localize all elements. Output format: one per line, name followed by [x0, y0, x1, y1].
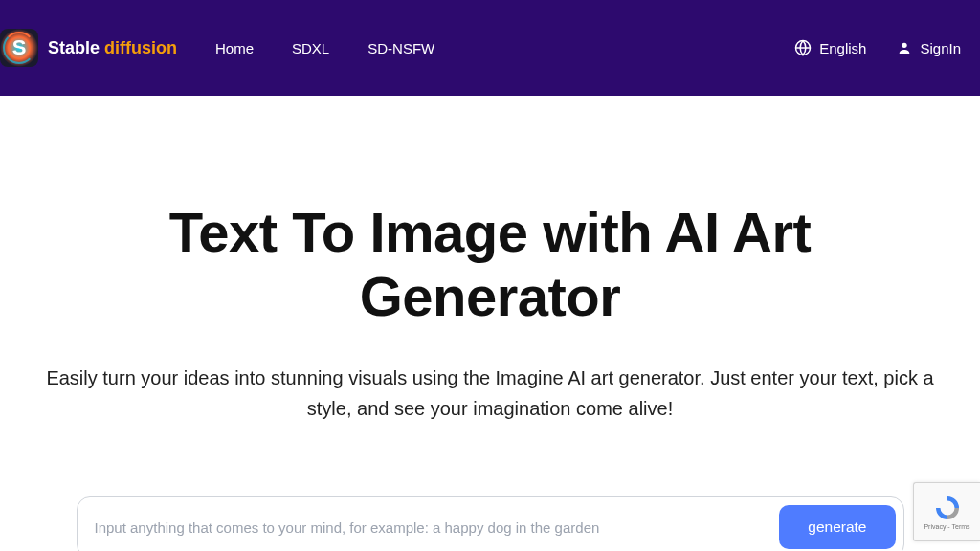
recaptcha-icon	[933, 494, 962, 522]
prompt-input[interactable]	[95, 519, 780, 536]
logo-icon: S	[0, 29, 38, 67]
language-label: English	[819, 40, 866, 56]
globe-icon	[794, 39, 812, 56]
navbar: S Stable diffusion Home SDXL SD-NSFW Eng…	[0, 0, 980, 96]
svg-point-2	[902, 43, 907, 48]
hero: Text To Image with AI Art Generator Easi…	[0, 96, 980, 452]
nav-link-sdnsfw[interactable]: SD-NSFW	[368, 40, 434, 56]
recaptcha-links: Privacy - Terms	[924, 523, 969, 530]
brand[interactable]: S Stable diffusion	[0, 29, 177, 67]
prompt-area: generate Style Normal Realistic Anime As…	[38, 496, 943, 551]
nav-link-home[interactable]: Home	[215, 40, 254, 56]
nav-right: English SignIn	[794, 39, 961, 56]
page-subtitle: Easily turn your ideas into stunning vis…	[38, 363, 942, 424]
signin-label: SignIn	[920, 40, 961, 56]
generate-button[interactable]: generate	[779, 505, 895, 549]
brand-text: Stable diffusion	[48, 38, 177, 58]
recaptcha-badge[interactable]: Privacy - Terms	[913, 482, 980, 541]
nav-link-sdxl[interactable]: SDXL	[292, 40, 329, 56]
language-selector[interactable]: English	[794, 39, 866, 56]
user-icon	[897, 40, 912, 55]
prompt-input-row: generate	[77, 496, 904, 551]
page-title: Text To Image with AI Art Generator	[38, 201, 942, 328]
signin-button[interactable]: SignIn	[897, 40, 961, 56]
nav-links: Home SDXL SD-NSFW	[215, 40, 434, 56]
